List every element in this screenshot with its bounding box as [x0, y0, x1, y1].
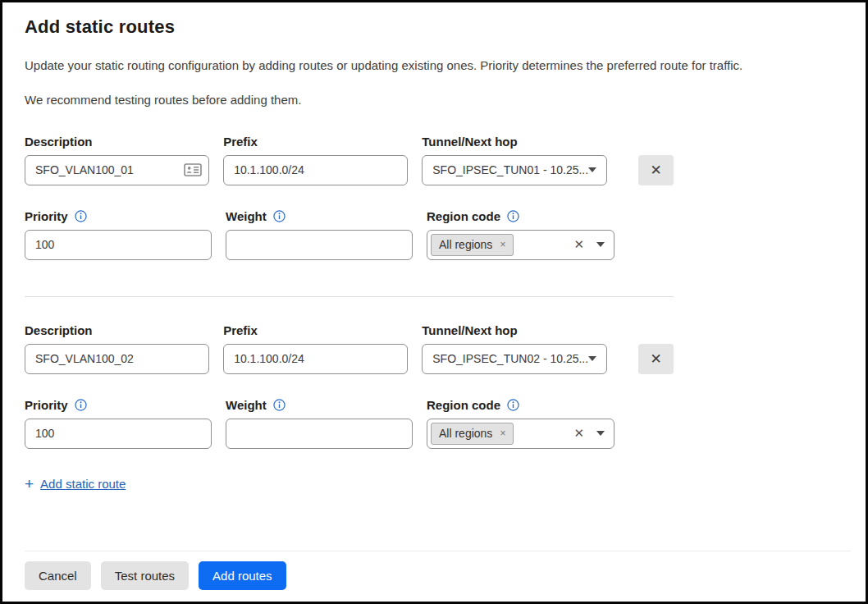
priority-field-2: Priority: [25, 398, 212, 449]
intro-text-2: We recommend testing routes before addin…: [25, 92, 851, 108]
info-icon[interactable]: [507, 210, 519, 222]
clear-selection-icon[interactable]: ✕: [573, 237, 584, 252]
tunnel-selected-value: SFO_IPSEC_TUN01 - 10.25...: [432, 163, 588, 176]
weight-label: Weight: [226, 398, 267, 412]
description-label: Description: [25, 135, 209, 149]
priority-field-1: Priority: [25, 209, 212, 260]
tunnel-label: Tunnel/Next hop: [422, 135, 607, 149]
region-label: Region code: [427, 398, 500, 412]
route-section-2: Description Prefix Tunnel/Next hop SFO_I…: [25, 321, 674, 449]
description-field-2: Description: [25, 323, 209, 374]
weight-field-2: Weight: [226, 398, 413, 449]
close-icon: ✕: [651, 350, 662, 368]
chevron-down-icon: [596, 431, 605, 436]
chevron-down-icon: [588, 356, 596, 361]
cancel-button[interactable]: Cancel: [25, 561, 91, 590]
tunnel-select-2[interactable]: SFO_IPSEC_TUN02 - 10.25...: [422, 344, 607, 374]
test-routes-button[interactable]: Test routes: [101, 561, 189, 590]
description-input-2[interactable]: [25, 344, 209, 374]
add-routes-button[interactable]: Add routes: [199, 561, 286, 590]
weight-input-2[interactable]: [226, 419, 413, 449]
contact-card-icon[interactable]: [184, 163, 202, 177]
tunnel-label: Tunnel/Next hop: [422, 323, 607, 337]
region-tag-label: All regions: [439, 238, 492, 251]
chevron-down-icon: [596, 242, 605, 247]
region-multiselect-1[interactable]: All regions × ✕: [427, 230, 614, 260]
chevron-down-icon: [588, 167, 596, 172]
clear-selection-icon[interactable]: ✕: [573, 426, 584, 441]
prefix-field-1: Prefix: [223, 135, 408, 185]
plus-icon: +: [25, 476, 34, 492]
priority-label: Priority: [25, 209, 68, 223]
add-static-route-row: + Add static route: [25, 476, 674, 492]
weight-label: Weight: [226, 209, 267, 223]
description-label: Description: [25, 323, 209, 337]
routes-form: Description: [25, 132, 674, 492]
region-tag: All regions ×: [431, 234, 514, 256]
info-icon[interactable]: [507, 399, 519, 411]
region-field-1: Region code All regions ×: [427, 209, 614, 260]
prefix-label: Prefix: [223, 135, 408, 149]
weight-field-1: Weight: [226, 209, 413, 260]
dialog-footer: Cancel Test routes Add routes: [25, 551, 851, 602]
page-title: Add static routes: [25, 16, 851, 38]
prefix-field-2: Prefix: [223, 323, 408, 374]
delete-route-button-1[interactable]: ✕: [638, 155, 674, 185]
description-input-1[interactable]: [25, 155, 209, 185]
remove-tag-icon[interactable]: ×: [500, 428, 505, 439]
close-icon: ✕: [651, 162, 662, 179]
priority-label: Priority: [25, 398, 68, 412]
tunnel-select-1[interactable]: SFO_IPSEC_TUN01 - 10.25...: [422, 155, 607, 185]
info-icon[interactable]: [75, 399, 87, 411]
add-static-route-link[interactable]: Add static route: [40, 477, 126, 491]
region-tag-label: All regions: [439, 427, 492, 440]
intro-text-1: Update your static routing configuration…: [25, 57, 851, 74]
prefix-label: Prefix: [223, 323, 408, 337]
prefix-input-2[interactable]: [223, 344, 408, 374]
region-label: Region code: [427, 209, 500, 223]
delete-route-button-2[interactable]: ✕: [638, 344, 674, 374]
tunnel-field-1: Tunnel/Next hop SFO_IPSEC_TUN01 - 10.25.…: [422, 135, 607, 185]
info-icon[interactable]: [273, 399, 286, 411]
route-section-1: Description: [25, 132, 674, 260]
dialog-content: Add static routes Update your static rou…: [2, 2, 866, 551]
description-field-1: Description: [25, 135, 209, 185]
region-tag: All regions ×: [431, 423, 514, 445]
remove-tag-icon[interactable]: ×: [500, 239, 505, 250]
region-multiselect-2[interactable]: All regions × ✕: [427, 419, 614, 449]
tunnel-selected-value: SFO_IPSEC_TUN02 - 10.25...: [432, 352, 588, 365]
info-icon[interactable]: [273, 210, 286, 222]
priority-input-2[interactable]: [25, 419, 212, 449]
tunnel-field-2: Tunnel/Next hop SFO_IPSEC_TUN02 - 10.25.…: [422, 323, 607, 374]
add-static-routes-dialog: Add static routes Update your static rou…: [0, 0, 868, 604]
priority-input-1[interactable]: [25, 230, 212, 260]
info-icon[interactable]: [75, 210, 87, 222]
region-field-2: Region code All regions ×: [427, 398, 614, 449]
prefix-input-1[interactable]: [223, 155, 408, 185]
weight-input-1[interactable]: [226, 230, 413, 260]
section-divider: [25, 296, 674, 297]
